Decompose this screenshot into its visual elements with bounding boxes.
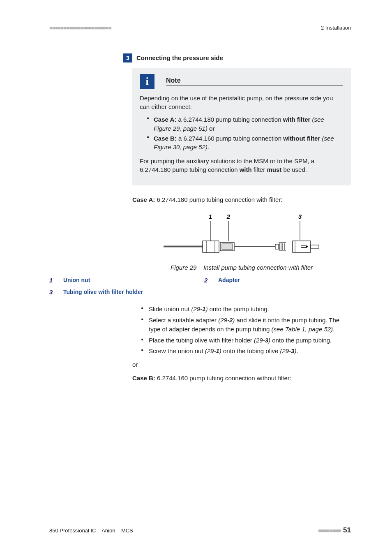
step-number-badge: 3 [123, 53, 132, 62]
note-case-b: Case B: a 6.2744.160 pump tubing connect… [147, 134, 343, 152]
svg-rect-11 [275, 244, 279, 249]
info-icon: i [140, 74, 154, 89]
step-title: Connecting the pressure side [136, 54, 223, 61]
legend-label-1: Union nut [63, 277, 200, 284]
note-intro: Depending on the use of the peristaltic … [140, 94, 343, 111]
header-dashes: ■■■■■■■■■■■■■■■■■■■■■■ [49, 25, 111, 31]
legend-num-1: 1 [49, 277, 59, 284]
legend-num-2: 2 [204, 277, 214, 284]
svg-rect-23 [311, 245, 319, 248]
instruction-1: Slide union nut (29-1) onto the pump tub… [141, 305, 351, 314]
header-section: 2 Installation [321, 25, 351, 31]
figure-legend: 1 Union nut 2 Adapter 3 Tubing olive wit… [49, 277, 355, 296]
svg-rect-9 [222, 244, 233, 250]
legend-num-3: 3 [49, 289, 59, 296]
pump-tubing-diagram: 1 2 3 [159, 211, 324, 261]
main-content: 3 Connecting the pressure side i Note De… [123, 53, 351, 382]
fig-label-1: 1 [209, 213, 212, 220]
fig-label-3: 3 [298, 213, 302, 220]
legend-label-2: Adapter [218, 277, 355, 284]
instruction-4: Screw the union nut (29-1) onto the tubi… [141, 347, 351, 356]
case-b-heading: Case B: 6.2744.160 pump tubing connectio… [132, 374, 351, 382]
step-heading: 3 Connecting the pressure side [123, 53, 351, 62]
footer-dashes: ■■■■■■■■ [318, 527, 341, 534]
fig-label-2: 2 [226, 213, 231, 220]
footer-right: ■■■■■■■■ 51 [318, 526, 351, 534]
note-box: i Note Depending on the use of the peris… [132, 68, 351, 185]
legend-label-3: Tubing olive with filter holder [63, 289, 200, 296]
svg-rect-5 [203, 241, 219, 252]
note-title: Note [166, 77, 343, 86]
or-separator: or [132, 361, 351, 368]
instruction-2: Select a suitable adapter (29-2) and sli… [141, 316, 351, 334]
note-header: i Note [140, 74, 343, 89]
figure-caption: Figure 29 Install pump tubing connection… [132, 264, 351, 271]
footer-product: 850 Professional IC – Anion – MCS [49, 527, 133, 534]
instruction-list: Slide union nut (29-1) onto the pump tub… [141, 305, 351, 356]
note-requirement: For pumping the auxiliary solutions to t… [140, 157, 343, 174]
page-number: 51 [343, 526, 351, 534]
note-case-list: Case A: a 6.2744.180 pump tubing connect… [140, 115, 343, 152]
page-header: ■■■■■■■■■■■■■■■■■■■■■■ 2 Installation [49, 25, 351, 31]
case-a-heading: Case A: 6.2744.180 pump tubing connectio… [132, 195, 351, 204]
note-case-a: Case A: a 6.2744.180 pump tubing connect… [147, 115, 343, 133]
page-footer: 850 Professional IC – Anion – MCS ■■■■■■… [49, 526, 351, 534]
figure-29: 1 2 3 [132, 211, 351, 261]
instruction-3: Place the tubing olive with filter holde… [141, 336, 351, 345]
